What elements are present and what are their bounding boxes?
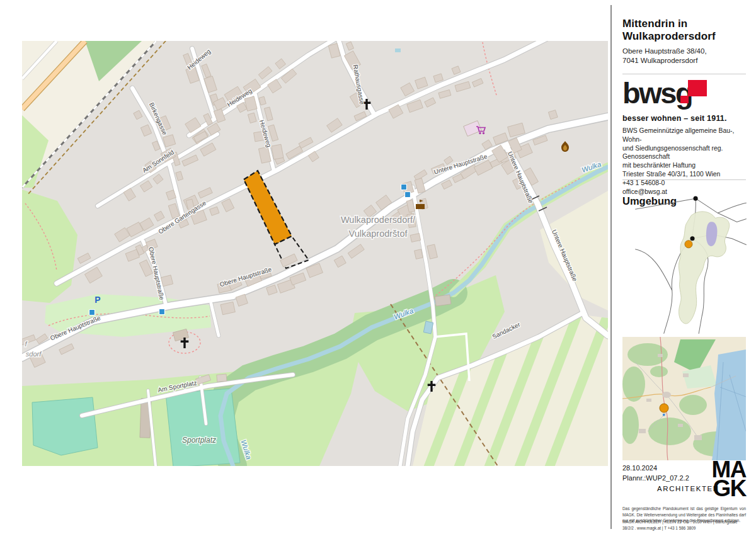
thumbnail-blue-marker (663, 414, 665, 416)
bwsg-tagline: besser wohnen – seit 1911. (622, 114, 746, 123)
bus-stop-icon (89, 310, 95, 315)
parking-icon: P (94, 295, 100, 305)
divider-2 (622, 179, 746, 180)
site-marker (685, 241, 692, 248)
map-label: Wulkaprodersdorf/ (341, 215, 416, 225)
map-label: sdorf (26, 350, 42, 358)
bwsg-description: BWS Gemeinnützige allgemeine Bau-, Wohn-… (622, 127, 746, 196)
sidebar-divider (610, 5, 612, 529)
divider-1 (622, 74, 746, 74)
project-title: Mittendrin in Wulkaprodersdorf (622, 18, 746, 43)
architekten-label: ARCHITEKTEN (657, 485, 719, 492)
magk-logo: MA GK (711, 460, 746, 499)
umgebung-schematic-map (635, 189, 747, 335)
municipality-outline (679, 212, 729, 324)
thumbnail-site-marker (660, 404, 668, 412)
map-canvas: P HeidewegHeidewegHeidewegBirkengasseRat… (22, 41, 608, 466)
plan-imprint: MAGK AICHHOLZER | KLEIN ZT OG . 1030 Wie… (622, 519, 746, 531)
town-dot-site (690, 236, 694, 241)
bwsg-logo-square-big (688, 80, 707, 96)
bus-stop-icon (405, 192, 411, 198)
bwsg-logo: bwsg (622, 79, 746, 116)
bus-stop-icon (401, 185, 407, 190)
map-label: Vulkaprodrštof (349, 229, 408, 239)
project-address: Obere Hauptstraße 38/40, 7041 Wulkaprode… (622, 47, 746, 65)
bwsg-wordmark: bwsg (622, 76, 692, 110)
town-dot-north (694, 196, 698, 201)
map-label: Sportplatz (182, 436, 216, 445)
bus-stop-icon (159, 309, 165, 315)
bwsg-logo-square-small (680, 96, 689, 103)
region-map-thumbnail (622, 337, 746, 460)
svg-text:P: P (94, 295, 100, 305)
site-plan-map: P HeidewegHeidewegHeidewegBirkengasseRat… (22, 41, 608, 466)
